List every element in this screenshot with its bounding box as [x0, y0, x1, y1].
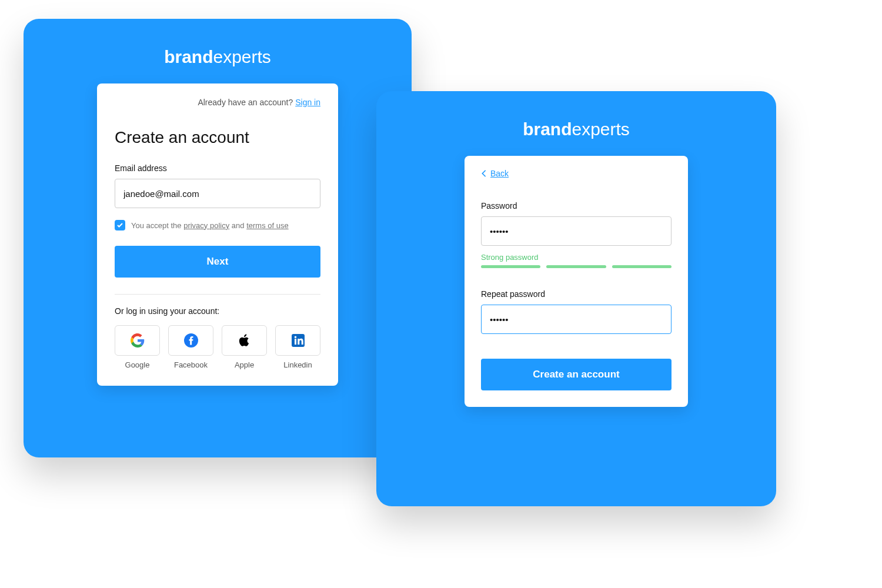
strength-meter [481, 265, 671, 268]
google-button[interactable] [115, 325, 160, 356]
brand-logo: brandexperts [24, 47, 412, 67]
strength-seg [546, 265, 606, 268]
email-field[interactable] [115, 179, 320, 208]
google-label: Google [115, 360, 160, 369]
linkedin-label: Linkedin [275, 360, 320, 369]
brand-logo: brandexperts [376, 119, 776, 139]
signin-link[interactable]: Sign in [295, 98, 320, 107]
already-have-text: Already have an account? [198, 98, 293, 107]
terms-row: You accept the privacy policy and terms … [115, 220, 320, 230]
social-login-label: Or log in using your account: [115, 306, 320, 316]
create-account-button[interactable]: Create an account [481, 359, 671, 390]
apple-icon [238, 333, 252, 348]
divider [115, 294, 320, 295]
facebook-icon [184, 333, 198, 348]
page-title: Create an account [115, 128, 320, 147]
strength-seg [481, 265, 540, 268]
repeat-password-label: Repeat password [481, 289, 671, 299]
top-line: Already have an account? Sign in [115, 98, 320, 107]
apple-button[interactable] [222, 325, 267, 356]
facebook-label: Facebook [168, 360, 213, 369]
strength-label: Strong password [481, 253, 671, 262]
strength-seg [612, 265, 671, 268]
email-label: Email address [115, 163, 320, 173]
password-label: Password [481, 201, 671, 211]
linkedin-button[interactable] [275, 325, 320, 356]
apple-label: Apple [222, 360, 267, 369]
signup-panel-step1: brandexperts Already have an account? Si… [24, 19, 412, 457]
signup-card: Already have an account? Sign in Create … [97, 83, 338, 386]
linkedin-icon [291, 333, 305, 348]
check-icon [116, 222, 123, 229]
back-link[interactable]: Back [481, 169, 509, 178]
social-row: Google Facebook Apple [115, 325, 320, 369]
privacy-link[interactable]: privacy policy [183, 221, 229, 230]
repeat-password-field[interactable] [481, 305, 671, 334]
terms-checkbox[interactable] [115, 220, 125, 230]
next-button[interactable]: Next [115, 246, 320, 278]
password-card: Back Password Strong password Repeat pas… [465, 156, 688, 407]
signup-panel-step2: brandexperts Back Password Strong passwo… [376, 91, 776, 506]
chevron-left-icon [481, 169, 487, 178]
facebook-button[interactable] [168, 325, 213, 356]
google-icon [131, 333, 145, 348]
password-field[interactable] [481, 216, 671, 246]
terms-link[interactable]: terms of use [246, 221, 289, 230]
